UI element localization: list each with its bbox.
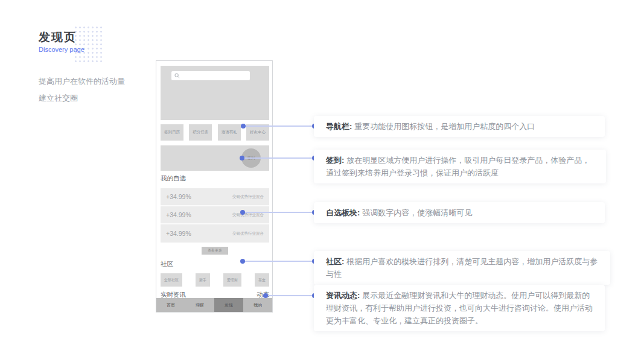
page-title: 发现页 bbox=[39, 30, 77, 45]
watchlist-row[interactable]: +34.99% 交银优势行业混合 bbox=[161, 224, 269, 243]
fund-change: +34.99% bbox=[166, 193, 191, 200]
tab-home[interactable]: 首页 bbox=[156, 298, 185, 312]
annotation-text: 根据用户喜欢的模块进行排列，清楚可见主题内容，增加用户活跃度与参与性 bbox=[326, 257, 598, 279]
watchlist-row[interactable]: +34.99% 交银优势行业混合 bbox=[161, 206, 269, 224]
connector-line-news bbox=[266, 295, 316, 296]
fund-change: +34.99% bbox=[166, 211, 191, 218]
community-tag-row: 全部社区 新手 爱理财 基金 bbox=[161, 273, 269, 287]
intro-line-2: 建立社交圈 bbox=[39, 90, 125, 107]
connector-line-watchlist bbox=[243, 212, 316, 213]
connector-dot bbox=[241, 124, 246, 129]
intro-line-1: 提高用户在软件的活动量 bbox=[39, 73, 125, 90]
fund-name: 交银优势行业混合 bbox=[232, 231, 264, 237]
page-subtitle: Discovery page bbox=[39, 46, 84, 53]
fund-change: +34.99% bbox=[166, 230, 191, 237]
tab-mine[interactable]: 我的 bbox=[243, 298, 272, 312]
quick-nav-row: 签到日历 积分任务 邀请有礼 好友中心 bbox=[161, 124, 269, 141]
tab-finance[interactable]: 理财 bbox=[185, 298, 214, 312]
connector-line-community bbox=[243, 261, 316, 262]
annotation-card-navbar: 导航栏:重要功能使用图标按钮，是增加用户粘度的四个入口 bbox=[314, 116, 605, 137]
annotation-label: 签到: bbox=[326, 156, 344, 165]
nav-button-friends-center[interactable]: 好友中心 bbox=[246, 124, 269, 141]
nav-button-invite-gift[interactable]: 邀请有礼 bbox=[218, 124, 241, 141]
bottom-tab-bar: 首页 理财 发现 我的 bbox=[156, 298, 272, 312]
fund-name: 交银优势行业混合 bbox=[232, 194, 264, 200]
annotation-card-watchlist: 自选板块:强调数字内容，使涨幅清晰可见 bbox=[314, 202, 605, 223]
tag-fund[interactable]: 基金 bbox=[255, 273, 269, 287]
annotation-card-signin: 签到:放在明显区域方便用户进行操作，吸引用户每日登录产品，体验产品，通过签到来培… bbox=[314, 150, 606, 183]
annotation-text: 重要功能使用图标按钮，是增加用户粘度的四个入口 bbox=[354, 122, 535, 131]
annotation-text: 展示最近金融理财资讯和大牛的理财动态。使用户可以得到最新的理财资讯，有利于帮助用… bbox=[326, 291, 593, 325]
connector-dot bbox=[263, 293, 268, 298]
annotation-text: 放在明显区域方便用户进行操作，吸引用户每日登录产品，体验产品，通过签到来培养用户… bbox=[326, 156, 590, 177]
annotation-label: 导航栏: bbox=[326, 122, 352, 131]
discovery-page-spec: 发现页 Discovery page 提高用户在软件的活动量 建立社交圈 签到日… bbox=[0, 0, 644, 362]
view-more-button[interactable]: 查看更多 bbox=[202, 247, 228, 255]
dot-pattern-decoration bbox=[74, 25, 104, 64]
annotation-card-community: 社区:根据用户喜欢的模块进行排列，清楚可见主题内容，增加用户活跃度与参与性 bbox=[314, 251, 610, 285]
connector-line-signin bbox=[242, 157, 316, 159]
watchlist-row[interactable]: +34.99% 交银优势行业混合 bbox=[161, 188, 269, 206]
search-input[interactable] bbox=[171, 71, 250, 80]
connector-line-navbar bbox=[243, 125, 316, 127]
tab-discovery-active[interactable]: 发现 bbox=[214, 298, 243, 312]
tag-love-finance[interactable]: 爱理财 bbox=[223, 273, 241, 287]
annotation-text: 强调数字内容，使涨幅清晰可见 bbox=[362, 208, 472, 217]
watchlist-panel: +34.99% 交银优势行业混合 +34.99% 交银优势行业混合 +34.99… bbox=[161, 188, 269, 243]
connector-dot bbox=[240, 156, 244, 160]
annotation-label: 资讯动态: bbox=[326, 291, 360, 300]
tag-all-community[interactable]: 全部社区 bbox=[161, 273, 182, 287]
tag-beginner[interactable]: 新手 bbox=[196, 273, 210, 287]
nav-button-signin-calendar[interactable]: 签到日历 bbox=[161, 124, 183, 141]
intro-text: 提高用户在软件的活动量 建立社交圈 bbox=[39, 73, 125, 107]
phone-mockup: 签到日历 积分任务 邀请有礼 好友中心 签到 我的自选 +34.99% 交银优势… bbox=[156, 60, 273, 313]
connector-dot bbox=[240, 259, 245, 264]
community-section-title: 社区 bbox=[161, 260, 173, 268]
connector-dot bbox=[240, 210, 245, 215]
watchlist-section-title: 我的自选 bbox=[161, 174, 186, 183]
hero-banner bbox=[161, 66, 269, 120]
nav-button-points-tasks[interactable]: 积分任务 bbox=[189, 124, 212, 141]
annotation-label: 自选板块: bbox=[326, 208, 360, 217]
annotation-card-news: 资讯动态:展示最近金融理财资讯和大牛的理财动态。使用户可以得到最新的理财资讯，有… bbox=[314, 285, 605, 331]
search-icon bbox=[174, 73, 180, 78]
annotation-label: 社区: bbox=[326, 257, 344, 266]
